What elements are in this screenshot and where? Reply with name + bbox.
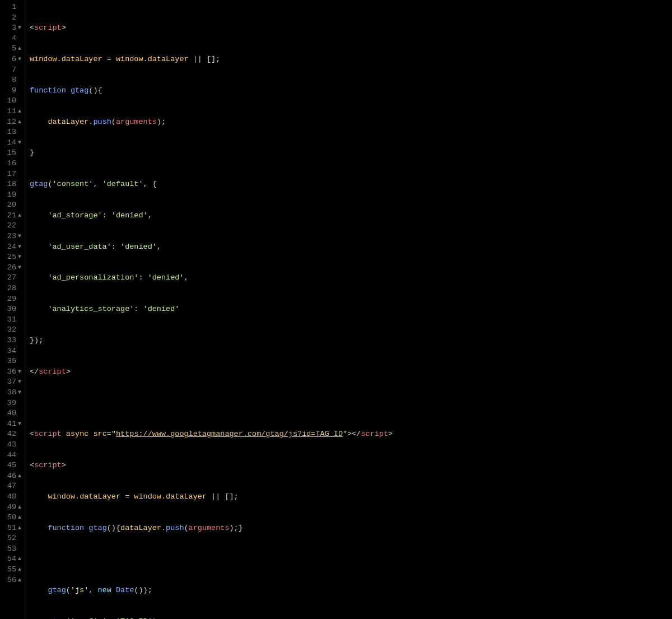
gutter-row: 34 bbox=[0, 346, 25, 357]
line-number: 53 bbox=[7, 544, 16, 555]
line-number: 27 bbox=[7, 273, 16, 283]
gutter-row: 25▼ bbox=[0, 252, 25, 263]
gutter-row: 54▲ bbox=[0, 554, 25, 565]
fold-close-icon[interactable]: ▲ bbox=[16, 565, 23, 575]
gutter-row: 8 bbox=[0, 75, 25, 86]
line-number: 4 bbox=[12, 34, 16, 44]
code-line[interactable] bbox=[30, 554, 672, 565]
fold-open-icon[interactable]: ▼ bbox=[16, 388, 23, 398]
fold-open-icon[interactable]: ▼ bbox=[16, 242, 23, 253]
fold-close-icon[interactable]: ▲ bbox=[16, 44, 23, 54]
code-line[interactable]: gtag('consent', 'default', { bbox=[30, 179, 672, 190]
fold-close-icon[interactable]: ▲ bbox=[16, 502, 23, 513]
fold-close-icon[interactable]: ▲ bbox=[16, 575, 23, 586]
line-number: 48 bbox=[7, 492, 16, 502]
code-line[interactable]: } bbox=[30, 148, 672, 159]
fold-open-icon[interactable]: ▼ bbox=[16, 367, 23, 378]
gutter-row: 14▼ bbox=[0, 138, 25, 148]
line-number: 15 bbox=[7, 148, 16, 159]
gutter-row: 20 bbox=[0, 200, 25, 211]
code-line[interactable]: window.dataLayer = window.dataLayer || [… bbox=[30, 492, 672, 502]
fold-close-icon[interactable]: ▲ bbox=[16, 471, 23, 482]
fold-close-icon[interactable]: ▲ bbox=[16, 554, 23, 565]
fold-open-icon[interactable]: ▼ bbox=[16, 377, 23, 388]
code-line[interactable]: <script async src="https://www.googletag… bbox=[30, 429, 672, 440]
code-line[interactable] bbox=[30, 398, 672, 409]
code-line[interactable]: 'ad_storage': 'denied', bbox=[30, 211, 672, 221]
code-line[interactable]: <script> bbox=[30, 23, 672, 34]
code-line[interactable]: window.dataLayer = window.dataLayer || [… bbox=[30, 54, 672, 65]
line-number: 54 bbox=[7, 554, 16, 565]
fold-close-icon[interactable]: ▲ bbox=[16, 117, 23, 128]
gutter-row: 53 bbox=[0, 544, 25, 555]
gutter-row: 4 bbox=[0, 34, 25, 44]
fold-open-icon[interactable]: ▼ bbox=[16, 263, 23, 273]
line-number: 8 bbox=[12, 75, 16, 86]
gutter-row: 36▼ bbox=[0, 367, 25, 378]
gutter-row: 28 bbox=[0, 283, 25, 294]
line-number: 29 bbox=[7, 294, 16, 305]
line-number: 1 bbox=[12, 2, 16, 13]
gutter-row: 3▼ bbox=[0, 23, 25, 34]
line-number: 40 bbox=[7, 408, 16, 419]
code-line[interactable]: <script> bbox=[30, 460, 672, 471]
line-number: 52 bbox=[7, 533, 16, 544]
fold-open-icon[interactable]: ▼ bbox=[16, 231, 23, 242]
line-number: 18 bbox=[7, 179, 16, 190]
fold-open-icon[interactable]: ▼ bbox=[16, 23, 23, 34]
line-number: 7 bbox=[12, 65, 16, 76]
code-line[interactable]: gtag('js', new Date()); bbox=[30, 585, 672, 596]
line-number: 51 bbox=[7, 523, 16, 534]
line-number: 17 bbox=[7, 169, 16, 180]
line-number: 45 bbox=[7, 460, 16, 471]
fold-close-icon[interactable]: ▲ bbox=[16, 513, 23, 523]
line-number: 24 bbox=[7, 242, 16, 253]
line-number: 13 bbox=[7, 127, 16, 138]
gutter-row: 55▲ bbox=[0, 565, 25, 575]
fold-open-icon[interactable]: ▼ bbox=[16, 252, 23, 263]
code-line[interactable]: </script> bbox=[30, 367, 672, 378]
line-number: 33 bbox=[7, 336, 16, 346]
line-number: 10 bbox=[7, 96, 16, 106]
line-number: 55 bbox=[7, 565, 16, 575]
fold-open-icon[interactable]: ▼ bbox=[16, 419, 23, 430]
gutter-row: 51▲ bbox=[0, 523, 25, 534]
gutter-row: 48 bbox=[0, 492, 25, 502]
line-number: 23 bbox=[7, 231, 16, 242]
line-number: 25 bbox=[7, 252, 16, 263]
gutter-row: 24▼ bbox=[0, 242, 25, 253]
code-line[interactable]: dataLayer.push(arguments); bbox=[30, 117, 672, 128]
line-number: 12 bbox=[7, 117, 16, 128]
fold-open-icon[interactable]: ▼ bbox=[16, 138, 23, 148]
line-number: 6 bbox=[12, 54, 16, 65]
line-number: 47 bbox=[7, 481, 16, 492]
code-line[interactable]: }); bbox=[30, 336, 672, 346]
code-line[interactable]: function gtag(){ bbox=[30, 86, 672, 96]
gutter-row: 44 bbox=[0, 450, 25, 461]
gutter-row: 39 bbox=[0, 398, 25, 409]
fold-close-icon[interactable]: ▲ bbox=[16, 523, 23, 534]
gutter-row: 45 bbox=[0, 460, 25, 471]
gutter-row: 21▲ bbox=[0, 211, 25, 221]
fold-close-icon[interactable]: ▲ bbox=[16, 106, 23, 117]
code-line[interactable]: gtag('config', 'TAG_ID'); bbox=[30, 617, 672, 619]
line-number: 37 bbox=[7, 377, 16, 388]
code-area[interactable]: <script> window.dataLayer = window.dataL… bbox=[25, 0, 672, 619]
fold-close-icon[interactable]: ▲ bbox=[16, 211, 23, 221]
gutter-row: 2 bbox=[0, 13, 25, 24]
gutter-row: 43 bbox=[0, 440, 25, 450]
code-line[interactable]: function gtag(){dataLayer.push(arguments… bbox=[30, 523, 672, 534]
gutter-row: 1 bbox=[0, 2, 25, 13]
gutter-row: 12▲ bbox=[0, 117, 25, 128]
gutter-row: 29 bbox=[0, 294, 25, 305]
code-line[interactable]: 'ad_personalization': 'denied', bbox=[30, 273, 672, 283]
line-number: 43 bbox=[7, 440, 16, 450]
code-line[interactable]: 'analytics_storage': 'denied' bbox=[30, 304, 672, 315]
line-number: 21 bbox=[7, 211, 16, 221]
gutter-row: 26▼ bbox=[0, 263, 25, 273]
gutter-row: 47 bbox=[0, 481, 25, 492]
gutter-row: 19 bbox=[0, 190, 25, 201]
fold-open-icon[interactable]: ▼ bbox=[16, 54, 23, 65]
line-number: 20 bbox=[7, 200, 16, 211]
code-line[interactable]: 'ad_user_data': 'denied', bbox=[30, 242, 672, 253]
